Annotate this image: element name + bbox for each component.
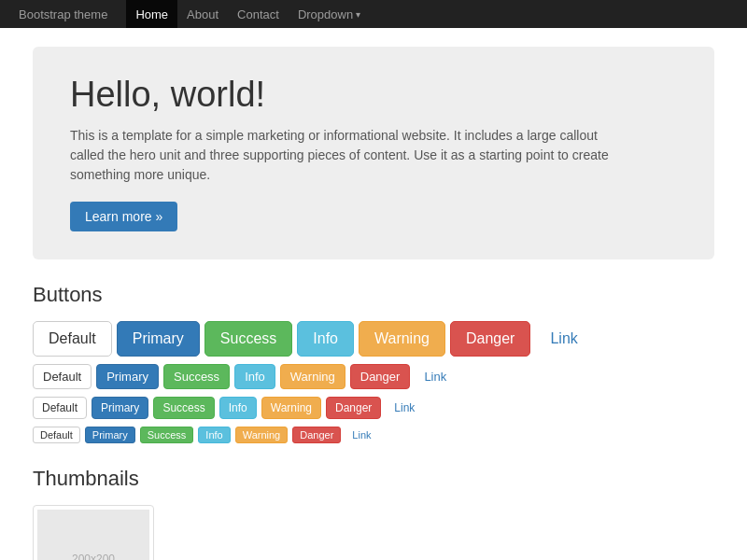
btn-link-xs[interactable]: Link [345,427,377,442]
btn-default-lg[interactable]: Default [33,321,112,357]
btn-danger-lg[interactable]: Danger [450,321,530,357]
hero-description: This is a template for a simple marketin… [70,126,630,185]
btn-link-md[interactable]: Link [415,365,456,388]
buttons-section: Buttons Default Primary Success Info War… [33,283,714,443]
main-container: Hello, world! This is a template for a s… [19,28,728,560]
btn-info-xs[interactable]: Info [198,427,230,443]
btn-warning-lg[interactable]: Warning [359,321,445,357]
nav-item-contact[interactable]: Contact [228,0,289,28]
thumbnail-placeholder: 200x200 [37,510,149,560]
btn-default-xs[interactable]: Default [33,427,80,443]
btn-primary-md[interactable]: Primary [96,364,159,389]
btn-default-md[interactable]: Default [33,364,92,389]
nav-item-home[interactable]: Home [126,0,177,28]
btn-danger-sm[interactable]: Danger [326,397,381,419]
btn-warning-xs[interactable]: Warning [235,427,289,443]
dropdown-arrow-icon: ▾ [356,9,360,20]
hero-title: Hello, world! [70,75,677,115]
nav-item-about[interactable]: About [177,0,228,28]
btn-warning-md[interactable]: Warning [280,364,345,389]
btn-success-xs[interactable]: Success [140,427,194,443]
btn-primary-sm[interactable]: Primary [92,397,148,419]
btn-link-sm[interactable]: Link [386,398,423,418]
button-row-xs: Default Primary Success Info Warning Dan… [33,427,714,443]
thumbnail-item[interactable]: 200x200 [33,505,154,560]
learn-more-button[interactable]: Learn more » [70,202,177,231]
btn-success-sm[interactable]: Success [153,397,214,419]
btn-info-md[interactable]: Info [234,364,275,389]
btn-success-md[interactable]: Success [163,364,230,389]
btn-danger-xs[interactable]: Danger [292,427,341,443]
thumbnails-section: Thumbnails 200x200 [33,467,714,560]
navbar-brand[interactable]: Bootstrap theme [19,7,107,21]
btn-danger-md[interactable]: Danger [350,364,411,389]
button-row-sm: Default Primary Success Info Warning Dan… [33,397,714,419]
btn-warning-sm[interactable]: Warning [261,397,321,419]
nav-items: Home About Contact Dropdown ▾ [126,0,370,28]
buttons-title: Buttons [33,283,714,307]
button-row-lg: Default Primary Success Info Warning Dan… [33,321,714,357]
nav-item-dropdown[interactable]: Dropdown ▾ [289,0,370,28]
hero-unit: Hello, world! This is a template for a s… [33,47,714,259]
btn-primary-xs[interactable]: Primary [85,427,135,443]
btn-info-sm[interactable]: Info [219,397,257,419]
button-row-md: Default Primary Success Info Warning Dan… [33,364,714,389]
btn-info-lg[interactable]: Info [297,321,354,357]
thumbnails-title: Thumbnails [33,467,714,491]
btn-success-lg[interactable]: Success [204,321,292,357]
btn-default-sm[interactable]: Default [33,397,87,419]
navbar: Bootstrap theme Home About Contact Dropd… [0,0,747,28]
btn-primary-lg[interactable]: Primary [117,321,200,357]
btn-link-lg[interactable]: Link [535,322,592,356]
